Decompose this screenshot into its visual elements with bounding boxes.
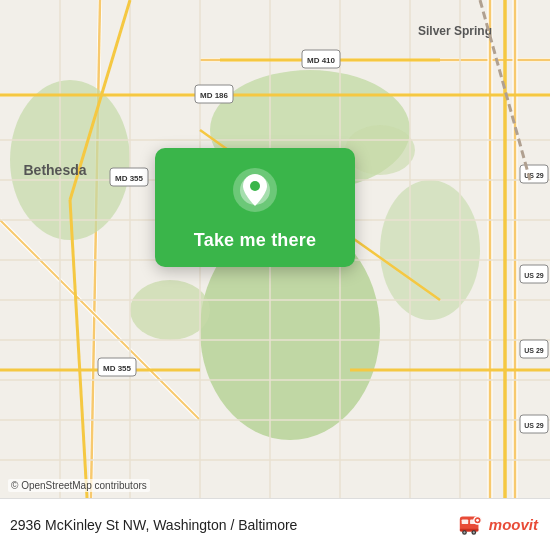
address-text: 2936 McKinley St NW, Washington / Baltim…	[10, 517, 297, 533]
moovit-brand-text: moovit	[489, 516, 538, 533]
osm-attribution: © OpenStreetMap contributors	[8, 479, 150, 492]
svg-rect-66	[461, 519, 468, 524]
svg-text:Silver Spring: Silver Spring	[418, 24, 492, 38]
pin-icon-wrapper	[231, 166, 279, 218]
bus-icon	[457, 511, 485, 539]
svg-point-72	[473, 531, 475, 533]
svg-text:MD 355: MD 355	[103, 364, 132, 373]
svg-point-71	[463, 531, 465, 533]
svg-text:US 29: US 29	[524, 272, 544, 279]
take-me-there-button[interactable]: Take me there	[194, 230, 316, 251]
location-card: Take me there	[155, 148, 355, 267]
map-container: MD 410 MD 186 MD 355 MD 355 US 29 US 29 …	[0, 0, 550, 550]
map-background: MD 410 MD 186 MD 355 MD 355 US 29 US 29 …	[0, 0, 550, 550]
location-pin-icon	[231, 166, 279, 214]
svg-point-16	[380, 180, 480, 320]
bottom-bar: 2936 McKinley St NW, Washington / Baltim…	[0, 498, 550, 550]
svg-text:Bethesda: Bethesda	[23, 162, 86, 178]
svg-text:US 29: US 29	[524, 347, 544, 354]
svg-point-64	[250, 181, 260, 191]
svg-text:MD 355: MD 355	[115, 174, 144, 183]
svg-point-17	[130, 280, 210, 340]
svg-point-74	[476, 518, 479, 521]
svg-text:US 29: US 29	[524, 422, 544, 429]
svg-point-18	[345, 125, 415, 175]
svg-text:MD 186: MD 186	[200, 91, 229, 100]
moovit-logo: moovit	[457, 511, 538, 539]
svg-text:MD 410: MD 410	[307, 56, 336, 65]
